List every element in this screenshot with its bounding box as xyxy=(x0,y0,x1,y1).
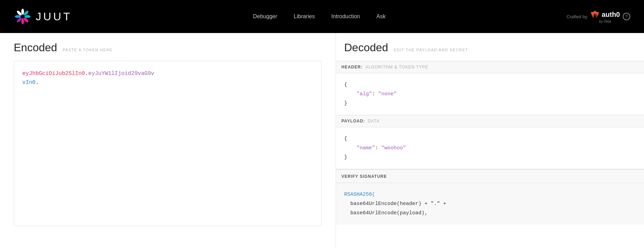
decoded-section: Decoded EDIT THE PAYLOAD AND SECRET HEAD… xyxy=(336,33,644,248)
decoded-subtitle: EDIT THE PAYLOAD AND SECRET xyxy=(394,48,468,52)
main-header: JUUT Debugger Libraries Introduction Ask… xyxy=(0,0,644,33)
encoded-token: eyJhbGciOiJub25lIn0.eyJuYW1lIjoid29vaG9v… xyxy=(22,69,313,87)
signature-label: VERIFY SIGNATURE xyxy=(341,174,387,179)
sig-func-name: RSASHA256( xyxy=(344,192,375,197)
payload-panel-body[interactable]: { "name": "woohoo" } xyxy=(336,127,644,169)
header-brace-close: } xyxy=(344,100,347,106)
header-right: Crafted by auth0 by Okta ? xyxy=(567,10,630,23)
encoded-title: Encoded xyxy=(14,41,57,54)
main-nav: Debugger Libraries Introduction Ask xyxy=(253,13,386,20)
token-dot1: . xyxy=(85,71,88,77)
decoded-title: Decoded xyxy=(344,41,388,54)
payload-json-key: "name" xyxy=(357,145,375,151)
svg-point-0 xyxy=(21,9,24,15)
svg-point-4 xyxy=(21,18,24,24)
payload-brace-open: { xyxy=(344,136,347,142)
header-panel-sublabel: ALGORITHM & TOKEN TYPE xyxy=(365,65,428,69)
payload-panel-label: PAYLOAD: xyxy=(341,119,365,123)
payload-panel-header: PAYLOAD: DATA xyxy=(336,115,644,127)
payload-json-value: "woohoo" xyxy=(381,145,406,151)
payload-panel-sublabel: DATA xyxy=(368,119,380,123)
help-button[interactable]: ? xyxy=(623,13,630,20)
token-part1: eyJhbGciOiJub25lIn0 xyxy=(22,71,85,77)
decoded-title-area: Decoded EDIT THE PAYLOAD AND SECRET xyxy=(336,41,644,54)
signature-body[interactable]: RSASHA256( base64UrlEncode(header) + "."… xyxy=(336,183,644,225)
header-colon: : xyxy=(372,91,378,97)
juut-logo-icon xyxy=(14,8,32,25)
payload-panel: PAYLOAD: DATA { "name": "woohoo" } xyxy=(336,115,644,169)
payload-colon: : xyxy=(375,145,381,151)
sig-line3: base64UrlEncode(payload), xyxy=(350,210,428,216)
signature-header: VERIFY SIGNATURE xyxy=(336,170,644,183)
header-panel: HEADER: ALGORITHM & TOKEN TYPE { "alg": … xyxy=(336,61,644,115)
auth0-icon xyxy=(590,10,600,20)
header-json-value: "none" xyxy=(378,91,397,97)
header-brace-open: { xyxy=(344,82,347,88)
header-panel-label: HEADER: xyxy=(341,65,363,69)
sig-line2: base64UrlEncode(header) + "." + xyxy=(350,201,446,207)
auth0-text: auth0 xyxy=(602,11,620,19)
token-part2: eyJuYW1lIjoid29vaG9v xyxy=(88,71,154,77)
encoded-subtitle: PASTE A TOKEN HERE xyxy=(63,48,113,52)
auth0-logo: auth0 by Okta xyxy=(590,10,620,23)
payload-brace-close: } xyxy=(344,154,347,160)
signature-panel: VERIFY SIGNATURE RSASHA256( base64UrlEnc… xyxy=(336,169,644,225)
logo-text: JUUT xyxy=(36,10,72,23)
encoded-section: Encoded PASTE A TOKEN HERE eyJhbGciOiJub… xyxy=(0,33,336,248)
auth0-badge: auth0 xyxy=(590,10,620,20)
logo-area: JUUT xyxy=(14,8,72,25)
encoded-title-area: Encoded PASTE A TOKEN HERE xyxy=(14,41,322,54)
nav-debugger[interactable]: Debugger xyxy=(253,13,277,20)
crafted-by-label: Crafted by xyxy=(567,14,587,19)
header-panel-body[interactable]: { "alg": "none" } xyxy=(336,73,644,115)
token-dot2: . xyxy=(35,79,39,86)
by-okta-text: by Okta xyxy=(599,20,611,23)
token-part3: vIn0 xyxy=(22,79,35,86)
svg-point-2 xyxy=(24,15,31,18)
main-content: Encoded PASTE A TOKEN HERE eyJhbGciOiJub… xyxy=(0,33,644,248)
svg-point-6 xyxy=(15,15,21,18)
nav-introduction[interactable]: Introduction xyxy=(331,13,360,20)
nav-ask[interactable]: Ask xyxy=(376,13,386,20)
encoded-box[interactable]: eyJhbGciOiJub25lIn0.eyJuYW1lIjoid29vaG9v… xyxy=(14,61,322,226)
header-panel-header: HEADER: ALGORITHM & TOKEN TYPE xyxy=(336,61,644,73)
nav-libraries[interactable]: Libraries xyxy=(294,13,315,20)
header-json-key: "alg" xyxy=(357,91,372,97)
